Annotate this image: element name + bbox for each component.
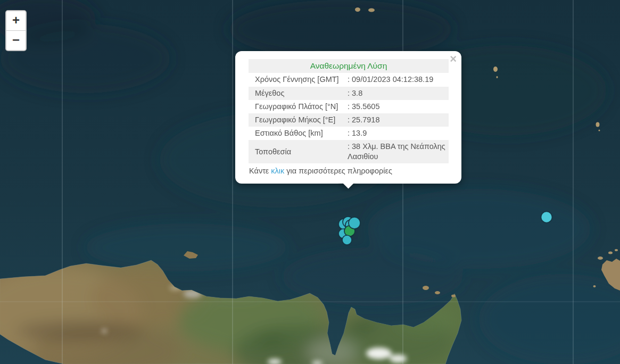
popup-table-body: Χρόνος Γέννησης [GMT] : 09/01/2023 04:12… — [249, 73, 449, 163]
earthquake-details-table: Χρόνος Γέννησης [GMT] : 09/01/2023 04:12… — [249, 73, 449, 163]
table-row: Χρόνος Γέννησης [GMT] : 09/01/2023 04:12… — [249, 73, 449, 86]
table-row: Μέγεθος : 3.8 — [249, 87, 449, 100]
table-row: Εστιακό Βάθος [km] : 13.9 — [249, 127, 449, 140]
zoom-in-button[interactable]: + — [6, 11, 26, 30]
row-label: Γεωγραφικό Μήκος [°E] — [249, 113, 348, 127]
zoom-control: + − — [5, 10, 27, 51]
popup-footer: Κάντε κλικ για περισσότερες πληροφορίες — [249, 166, 449, 176]
popup-title: Αναθεωρημένη Λύση — [249, 59, 449, 73]
row-value: : 25.7918 — [348, 113, 449, 127]
close-icon[interactable]: × — [450, 53, 457, 65]
footer-text-prefix: Κάντε — [249, 167, 271, 175]
row-value: : 3.8 — [348, 87, 449, 100]
table-row: Τοποθεσία : 38 Χλμ. ΒΒΑ της Νεάπολης Λασ… — [249, 140, 449, 163]
popup-content: × Αναθεωρημένη Λύση Χρόνος Γέννησης [GMT… — [235, 51, 461, 184]
row-value: : 38 Χλμ. ΒΒΑ της Νεάπολης Λασιθίου — [348, 140, 449, 163]
row-label: Γεωγραφικό Πλάτος [°N] — [249, 100, 348, 113]
map-application: + − × Αναθεωρημένη Λύση Χρόνος Γέννησης … — [0, 0, 620, 364]
table-row: Γεωγραφικό Πλάτος [°N] : 35.5605 — [249, 100, 449, 113]
table-row: Γεωγραφικό Μήκος [°E] : 25.7918 — [249, 113, 449, 127]
earthquake-marker[interactable] — [342, 235, 352, 245]
row-value: : 35.5605 — [348, 100, 449, 113]
footer-text-suffix: για περισσότερες πληροφορίες — [284, 167, 392, 175]
row-label: Τοποθεσία — [249, 140, 348, 163]
row-label: Εστιακό Βάθος [km] — [249, 127, 348, 140]
earthquake-popup: × Αναθεωρημένη Λύση Χρόνος Γέννησης [GMT… — [235, 51, 461, 184]
zoom-out-button[interactable]: − — [6, 30, 26, 50]
earthquake-marker[interactable] — [541, 212, 552, 223]
row-value: : 13.9 — [348, 127, 449, 140]
earthquake-marker[interactable] — [349, 217, 360, 229]
row-label: Μέγεθος — [249, 87, 348, 100]
more-info-link[interactable]: κλικ — [271, 167, 284, 175]
row-value: : 09/01/2023 04:12:38.19 — [348, 73, 449, 86]
row-label: Χρόνος Γέννησης [GMT] — [249, 73, 348, 86]
